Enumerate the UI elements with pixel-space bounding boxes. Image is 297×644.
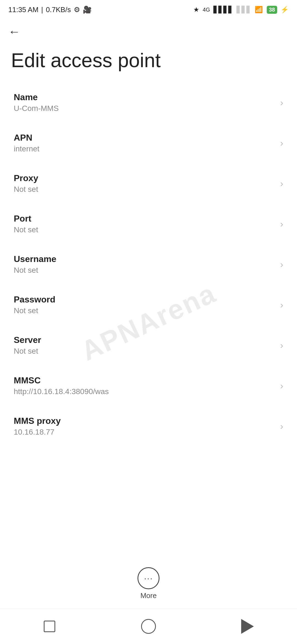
settings-item-port[interactable]: Port Not set › xyxy=(0,204,297,244)
settings-item-password[interactable]: Password Not set › xyxy=(0,285,297,325)
page-title-container: Edit access point xyxy=(0,44,297,82)
square-icon xyxy=(44,621,55,632)
settings-item-content-apn: APN internet xyxy=(14,133,275,153)
settings-value-mmsc: http://10.16.18.4:38090/was xyxy=(14,387,275,396)
settings-value-proxy: Not set xyxy=(14,185,275,194)
settings-value-apn: internet xyxy=(14,144,275,153)
settings-value-password: Not set xyxy=(14,306,275,315)
settings-item-content-proxy: Proxy Not set xyxy=(14,173,275,194)
settings-label-port: Port xyxy=(14,214,275,224)
settings-item-content-mmsc: MMSC http://10.16.18.4:38090/was xyxy=(14,375,275,396)
data-speed: 0.7KB/s xyxy=(46,6,71,14)
back-nav-button[interactable] xyxy=(237,615,258,637)
chevron-icon-username: › xyxy=(280,259,283,270)
status-right: ★ 4G ▋▋▋▋ ▋▋▋ 📶 38 ⚡ xyxy=(193,6,289,14)
settings-value-name: U-Com-MMS xyxy=(14,104,275,113)
settings-item-proxy[interactable]: Proxy Not set › xyxy=(0,163,297,204)
settings-label-apn: APN xyxy=(14,133,275,143)
settings-value-server: Not set xyxy=(14,347,275,356)
recents-button[interactable] xyxy=(38,615,61,637)
back-button[interactable]: ← xyxy=(8,26,20,38)
settings-item-mmsc[interactable]: MMSC http://10.16.18.4:38090/was › xyxy=(0,365,297,406)
chevron-icon-port: › xyxy=(280,219,283,229)
settings-item-server[interactable]: Server Not set › xyxy=(0,325,297,365)
settings-list: Name U-Com-MMS › APN internet › Proxy No… xyxy=(0,82,297,446)
settings-item-mms-proxy[interactable]: MMS proxy 10.16.18.77 › xyxy=(0,406,297,446)
settings-value-username: Not set xyxy=(14,266,275,275)
settings-item-username[interactable]: Username Not set › xyxy=(0,244,297,285)
chevron-icon-password: › xyxy=(280,299,283,310)
speed-display: | xyxy=(41,6,43,14)
more-label: More xyxy=(140,591,156,600)
camera-icon: 🎥 xyxy=(83,6,92,14)
settings-item-content-mms-proxy: MMS proxy 10.16.18.77 xyxy=(14,416,275,436)
bluetooth-icon: ★ xyxy=(193,6,199,13)
settings-label-mms-proxy: MMS proxy xyxy=(14,416,275,426)
settings-item-content-server: Server Not set xyxy=(14,335,275,356)
triangle-icon xyxy=(241,619,254,634)
charging-icon: ⚡ xyxy=(280,6,289,13)
home-button[interactable] xyxy=(138,615,160,637)
settings-label-password: Password xyxy=(14,294,275,305)
settings-label-proxy: Proxy xyxy=(14,173,275,183)
bottom-nav xyxy=(0,608,297,644)
settings-item-name[interactable]: Name U-Com-MMS › xyxy=(0,82,297,123)
signal-4g-icon: 4G xyxy=(203,7,210,13)
settings-value-port: Not set xyxy=(14,225,275,234)
chevron-icon-mmsc: › xyxy=(280,380,283,391)
settings-item-content-name: Name U-Com-MMS xyxy=(14,92,275,113)
chevron-icon-server: › xyxy=(280,340,283,351)
time-display: 11:35 AM xyxy=(8,6,38,14)
settings-item-apn[interactable]: APN internet › xyxy=(0,123,297,163)
more-circle-icon: ··· xyxy=(138,567,160,589)
signal-bars-icon: ▋▋▋▋ xyxy=(213,6,233,13)
battery-indicator: 38 xyxy=(267,6,277,14)
circle-icon xyxy=(141,619,156,634)
settings-label-mmsc: MMSC xyxy=(14,375,275,386)
wifi-icon: 📶 xyxy=(255,6,263,13)
chevron-icon-proxy: › xyxy=(280,178,283,189)
settings-item-content-port: Port Not set xyxy=(14,214,275,234)
status-bar: 11:35 AM | 0.7KB/s ⚙ 🎥 ★ 4G ▋▋▋▋ ▋▋▋ 📶 3… xyxy=(0,0,297,19)
settings-label-name: Name xyxy=(14,92,275,102)
settings-label-server: Server xyxy=(14,335,275,345)
settings-label-username: Username xyxy=(14,254,275,264)
page-title: Edit access point xyxy=(11,50,286,71)
signal-bars2-icon: ▋▋▋ xyxy=(237,6,251,13)
settings-item-content-username: Username Not set xyxy=(14,254,275,275)
settings-item-content-password: Password Not set xyxy=(14,294,275,315)
top-nav: ← xyxy=(0,19,297,44)
settings-value-mms-proxy: 10.16.18.77 xyxy=(14,428,275,436)
settings-icon: ⚙ xyxy=(74,6,80,14)
more-button[interactable]: ··· More xyxy=(138,567,160,600)
chevron-icon-mms-proxy: › xyxy=(280,421,283,432)
status-left: 11:35 AM | 0.7KB/s ⚙ 🎥 xyxy=(8,6,92,14)
chevron-icon-name: › xyxy=(280,97,283,108)
chevron-icon-apn: › xyxy=(280,138,283,148)
